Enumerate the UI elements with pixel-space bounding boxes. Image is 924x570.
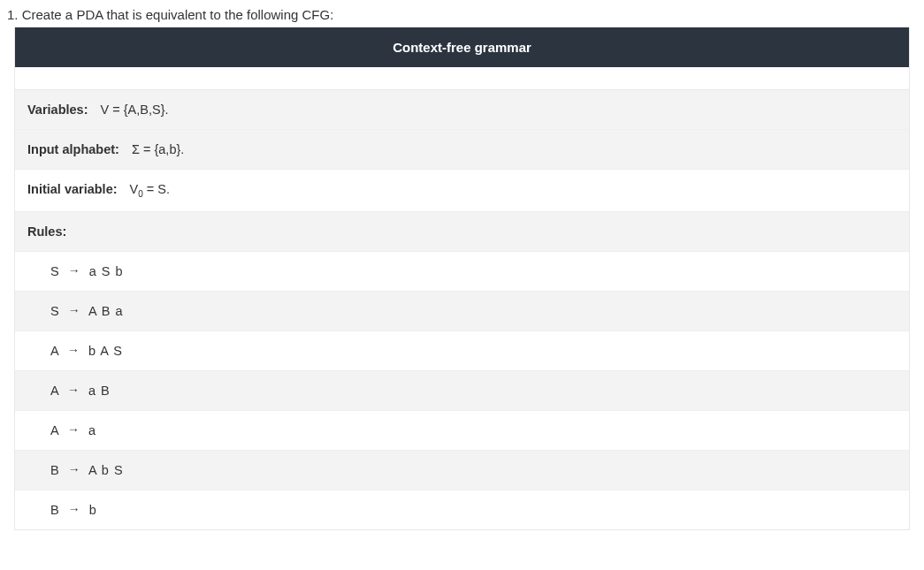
rule-rhs: A b S (88, 463, 124, 477)
question-prompt: 1. Create a PDA that is equivalent to th… (0, 7, 924, 27)
rules-label: Rules: (27, 224, 66, 239)
rules-header-row: Rules: (15, 212, 909, 252)
rule-lhs: B (50, 503, 60, 517)
arrow-icon: → (68, 263, 81, 277)
arrow-icon: → (67, 383, 80, 397)
rule-row: S → a S b (15, 252, 909, 292)
rule-rhs: a S b (89, 264, 124, 278)
rule-rhs: b (89, 503, 97, 517)
rule-rhs: a (88, 423, 96, 437)
rule-row: B → A b S (15, 451, 909, 490)
table-header: Context-free grammar (15, 27, 909, 67)
arrow-icon: → (68, 303, 81, 317)
alphabet-label: Input alphabet: (27, 142, 119, 156)
initial-prefix: V (130, 182, 139, 196)
alphabet-row: Input alphabet: Σ = {a,b}. (15, 130, 909, 170)
rule-row: A → a (15, 411, 909, 451)
initial-variable-value: V0 = S. (130, 182, 170, 196)
rule-row: A → a B (15, 371, 909, 411)
grammar-table: Context-free grammar Variables: V = {A,B… (14, 27, 910, 530)
blank-row (15, 67, 909, 90)
variables-value: V = {A,B,S}. (101, 103, 169, 117)
rule-lhs: B (50, 463, 60, 477)
rule-rhs: a B (88, 384, 111, 398)
rule-row: B → b (15, 490, 909, 529)
rule-lhs: S (50, 264, 60, 278)
rule-row: S → A B a (15, 292, 909, 331)
variables-row: Variables: V = {A,B,S}. (15, 90, 909, 130)
arrow-icon: → (68, 502, 81, 516)
alphabet-value: Σ = {a,b}. (132, 142, 184, 156)
arrow-icon: → (67, 343, 80, 357)
initial-variable-label: Initial variable: (27, 182, 118, 196)
rule-lhs: A (50, 423, 59, 437)
rule-lhs: S (50, 304, 60, 318)
variables-label: Variables: (27, 103, 88, 117)
arrow-icon: → (68, 462, 81, 476)
initial-suffix: = S. (143, 182, 170, 196)
rule-rhs: A B a (88, 304, 124, 318)
rule-lhs: A (50, 384, 59, 398)
rule-rhs: b A S (88, 344, 123, 358)
initial-variable-row: Initial variable: V0 = S. (15, 170, 909, 212)
rule-row: A → b A S (15, 331, 909, 371)
rule-lhs: A (50, 344, 59, 358)
arrow-icon: → (67, 422, 80, 437)
